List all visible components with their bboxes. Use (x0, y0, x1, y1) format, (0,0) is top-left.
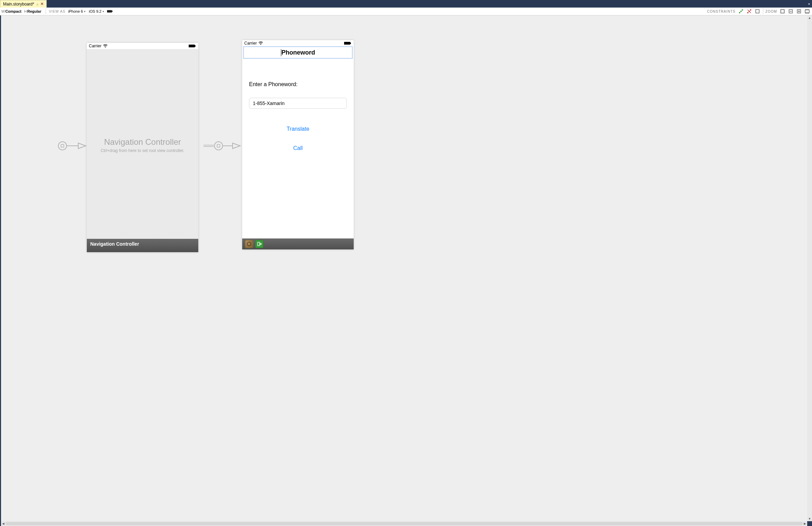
svg-rect-1 (112, 11, 113, 12)
tabstrip-overflow[interactable]: ▾ (806, 0, 812, 8)
carrier-label: Carrier (89, 44, 102, 48)
chevron-down-icon: ▾ (84, 10, 85, 13)
exit-icon[interactable] (255, 240, 263, 248)
svg-rect-17 (805, 10, 809, 13)
scene-dock[interactable] (242, 238, 354, 249)
svg-point-36 (247, 242, 251, 246)
designer-canvas[interactable]: Carrier Navigation Controller Ctrl+drag … (1, 15, 811, 521)
zoom-label: ZOOM (765, 10, 777, 13)
scroll-thumb[interactable] (5, 522, 803, 525)
zoom-in-icon[interactable] (796, 8, 802, 15)
device-dropdown-value: iPhone 6 (68, 9, 83, 13)
battery-icon (189, 44, 196, 48)
svg-rect-0 (107, 10, 112, 12)
svg-point-7 (750, 9, 751, 11)
document-tab[interactable]: Main.storyboard* ⟂ ✕ (0, 0, 47, 8)
entry-point-segue[interactable] (58, 139, 87, 153)
svg-rect-21 (61, 144, 64, 147)
status-bar: Carrier (242, 40, 354, 46)
close-icon[interactable]: ✕ (40, 2, 44, 6)
scroll-up-icon[interactable]: ▲ (808, 15, 811, 20)
navigation-bar-title[interactable]: Phoneword (281, 49, 315, 56)
call-button[interactable]: Call (249, 145, 347, 151)
device-dropdown[interactable]: iPhone 6 ▾ (68, 9, 86, 13)
svg-marker-23 (78, 143, 86, 149)
chevron-down-icon: ▾ (103, 10, 104, 13)
svg-point-20 (58, 142, 67, 150)
svg-point-4 (742, 9, 743, 11)
pin-icon[interactable]: ⟂ (36, 2, 38, 6)
scene-footer-label[interactable]: Navigation Controller (87, 239, 198, 252)
chevron-down-icon: ▾ (808, 2, 810, 6)
document-tab-title: Main.storyboard* (3, 2, 34, 7)
phoneword-view: Enter a Phoneword: 1-855-Xamarin Transla… (242, 61, 354, 238)
svg-point-26 (214, 142, 223, 150)
scroll-right-icon[interactable]: ▶ (803, 522, 807, 525)
designer-canvas-outer: Carrier Navigation Controller Ctrl+drag … (0, 15, 812, 526)
svg-rect-35 (350, 43, 351, 44)
wifi-icon (103, 44, 108, 48)
enter-phoneword-label[interactable]: Enter a Phoneword: (249, 81, 347, 87)
sizeclass-indicator[interactable]: WCompact HRegular (1, 9, 43, 13)
svg-point-5 (747, 12, 749, 13)
navigation-controller-scene[interactable]: Carrier Navigation Controller Ctrl+drag … (87, 43, 198, 252)
svg-rect-31 (189, 45, 195, 47)
zoom-fit-icon[interactable] (804, 8, 811, 15)
constraints-label: CONSTRAINTS (707, 10, 735, 13)
status-bar: Carrier (87, 43, 198, 49)
nav-controller-title: Navigation Controller (104, 137, 181, 147)
orientation-icon[interactable] (107, 8, 114, 15)
svg-point-33 (260, 44, 261, 45)
navigation-bar[interactable]: Phoneword (243, 46, 353, 59)
toolbar-separator (46, 9, 46, 14)
vertical-scrollbar[interactable]: ▲ ▼ (807, 15, 812, 521)
scroll-down-icon[interactable]: ▼ (808, 516, 811, 521)
document-tabstrip: Main.storyboard* ⟂ ✕ ▾ (0, 0, 812, 8)
svg-point-3 (740, 11, 742, 12)
translate-button[interactable]: Translate (249, 126, 347, 132)
nav-controller-subtitle: Ctrl+drag from here to set root view con… (101, 148, 185, 153)
svg-rect-10 (781, 10, 784, 13)
ios-version-value: iOS 9.2 (89, 9, 102, 13)
svg-rect-32 (195, 45, 196, 47)
battery-icon (344, 42, 352, 45)
wifi-icon (258, 42, 263, 45)
phoneword-scene[interactable]: Carrier Phoneword Enter a Phone (242, 40, 354, 249)
carrier-label: Carrier (244, 41, 257, 46)
zoom-out-icon[interactable] (787, 8, 794, 15)
toolbar-separator (763, 9, 763, 14)
horizontal-scrollbar[interactable]: ◀ ▶ (1, 521, 807, 526)
svg-rect-34 (344, 42, 350, 45)
svg-rect-11 (780, 9, 785, 13)
svg-point-30 (105, 47, 106, 48)
svg-point-2 (739, 12, 740, 13)
constraints-remove-icon[interactable] (746, 8, 753, 15)
svg-rect-9 (756, 10, 759, 13)
phoneword-textfield[interactable]: 1-855-Xamarin (249, 98, 347, 109)
viewas-label: VIEW AS (49, 10, 65, 13)
constraints-frame-icon[interactable] (754, 8, 761, 15)
zoom-reset-icon[interactable] (779, 8, 786, 15)
root-view-segue[interactable] (203, 139, 241, 153)
svg-rect-27 (217, 144, 220, 147)
view-controller-icon[interactable] (245, 240, 253, 248)
constraints-add-icon[interactable] (738, 8, 744, 15)
designer-toolbar: WCompact HRegular VIEW AS iPhone 6 ▾ iOS… (0, 8, 812, 15)
nav-controller-body: Navigation Controller Ctrl+drag from her… (87, 49, 198, 241)
scroll-left-icon[interactable]: ◀ (1, 522, 5, 525)
svg-marker-29 (233, 143, 240, 149)
ios-version-dropdown[interactable]: iOS 9.2 ▾ (88, 9, 105, 13)
